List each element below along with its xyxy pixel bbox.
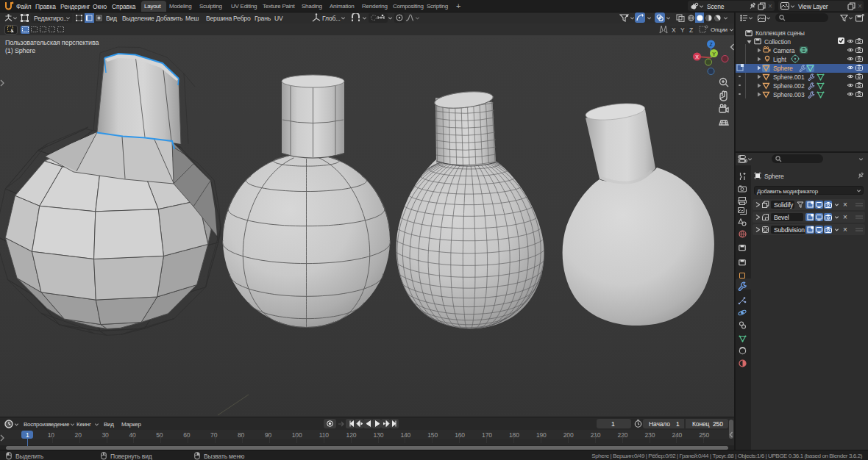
svg-text:Y: Y: [712, 51, 716, 57]
svg-text:X: X: [695, 54, 699, 60]
